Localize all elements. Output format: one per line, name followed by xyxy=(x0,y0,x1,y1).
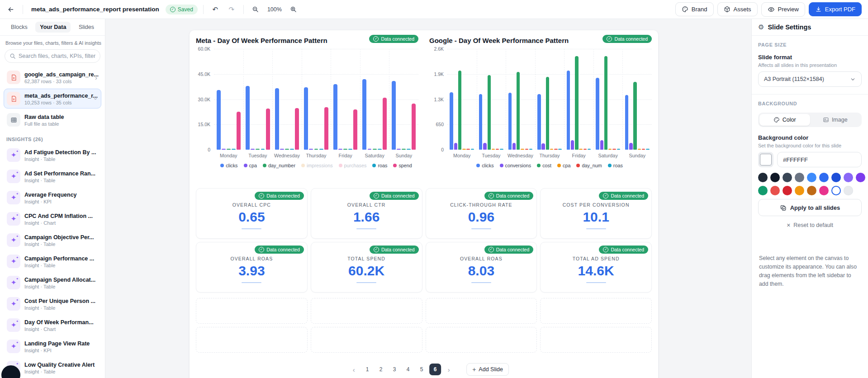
bar-roas[interactable] xyxy=(558,149,561,150)
empty-cell[interactable] xyxy=(196,298,308,324)
legend-item-day_number[interactable]: day_number xyxy=(263,163,295,168)
legend-item-spend[interactable]: spend xyxy=(393,163,412,168)
bar-cpa[interactable] xyxy=(368,149,372,150)
bar-roas[interactable] xyxy=(617,149,620,150)
tab-blocks[interactable]: Blocks xyxy=(6,22,32,33)
insight-item[interactable]: ✦✦Cost Per Unique Person ...Insight · Ta… xyxy=(4,294,101,314)
bar-cost[interactable] xyxy=(546,77,549,150)
palette-color-swatch[interactable] xyxy=(831,186,841,195)
bar-cpa[interactable] xyxy=(492,149,495,150)
bar-spend[interactable] xyxy=(266,109,270,150)
redo-button[interactable]: ↷ xyxy=(225,3,238,16)
brand-button[interactable]: Brand xyxy=(675,2,714,16)
palette-color-swatch[interactable] xyxy=(807,186,816,195)
palette-color-swatch[interactable] xyxy=(819,173,829,182)
bar-day_number[interactable] xyxy=(256,149,260,150)
bar-clicks[interactable] xyxy=(508,93,512,150)
preview-button[interactable]: Preview xyxy=(761,2,805,17)
search-input[interactable] xyxy=(19,53,95,59)
insight-item[interactable]: ✦✦Average FrequencyInsight · KPI xyxy=(4,188,101,208)
bar-clicks[interactable] xyxy=(246,86,250,150)
hex-color-input[interactable] xyxy=(777,152,862,167)
bar-day_number[interactable] xyxy=(285,149,289,150)
bar-conversions[interactable] xyxy=(512,143,516,150)
bar-clicks[interactable] xyxy=(567,71,570,150)
bar-day_number[interactable] xyxy=(343,149,347,150)
file-item-google-ads[interactable]: google_ads_campaign_re... 62,387 rows · … xyxy=(4,67,101,87)
current-color-swatch[interactable] xyxy=(758,152,773,167)
legend-item-roas[interactable]: roas xyxy=(372,163,387,168)
bar-spend[interactable] xyxy=(324,107,328,150)
raw-data-table-item[interactable]: Raw data table Full file as table xyxy=(4,110,101,130)
bar-clicks[interactable] xyxy=(333,84,337,150)
export-pdf-button[interactable]: Export PDF xyxy=(809,2,862,16)
tab-image[interactable]: Image xyxy=(810,114,861,126)
slide-page[interactable]: Meta - Day Of Week Performance Pattern✓D… xyxy=(190,30,658,378)
bar-clicks[interactable] xyxy=(217,90,221,150)
palette-color-swatch[interactable] xyxy=(770,186,780,195)
file-item-meta-ads[interactable]: meta_ads_performance_r... 10,253 rows · … xyxy=(4,89,101,109)
empty-cell[interactable] xyxy=(540,298,652,324)
insight-item[interactable]: ✦✦Day Of Week Performan...Insight · Char… xyxy=(4,315,101,335)
bar-day_number[interactable] xyxy=(402,149,406,150)
zoom-in-button[interactable] xyxy=(287,3,300,16)
chart-google-day-of-week[interactable]: Google - Day Of Week Performance Pattern… xyxy=(429,37,652,168)
search-box[interactable] xyxy=(5,49,100,63)
bar-clicks[interactable] xyxy=(304,87,308,150)
legend-item-impressions[interactable]: impressions xyxy=(301,163,333,168)
page-button-1[interactable]: 1 xyxy=(361,364,373,375)
bar-day_number[interactable] xyxy=(227,149,231,150)
legend-item-conversions[interactable]: conversions xyxy=(500,163,531,168)
legend-item-cpa[interactable]: cpa xyxy=(244,163,257,168)
palette-color-swatch[interactable] xyxy=(795,173,804,182)
back-button[interactable] xyxy=(5,3,17,16)
bar-spend[interactable] xyxy=(412,104,416,150)
bar-conversions[interactable] xyxy=(571,140,574,150)
palette-color-swatch[interactable] xyxy=(831,173,841,182)
chevron-down-icon[interactable]: › xyxy=(92,97,100,101)
bar-conversions[interactable] xyxy=(483,143,486,150)
undo-button[interactable]: ↶ xyxy=(209,3,222,16)
legend-item-clicks[interactable]: clicks xyxy=(220,163,237,168)
bar-conversions[interactable] xyxy=(600,140,603,150)
insight-item[interactable]: ✦✦Campaign Performance ...Insight · Tabl… xyxy=(4,251,101,271)
page-button-2[interactable]: 2 xyxy=(375,364,387,375)
bar-roas[interactable] xyxy=(348,149,352,150)
bar-cpa[interactable] xyxy=(397,149,401,150)
bar-clicks[interactable] xyxy=(362,79,366,150)
bar-cost[interactable] xyxy=(488,75,491,150)
page-button-3[interactable]: 3 xyxy=(389,364,400,375)
page-button-5[interactable]: 5 xyxy=(416,364,427,375)
bar-day_num[interactable] xyxy=(554,149,557,150)
bar-spend[interactable] xyxy=(237,112,241,150)
legend-item-day_num[interactable]: day_num xyxy=(576,163,602,168)
bar-cost[interactable] xyxy=(575,56,578,150)
reset-to-default-link[interactable]: × Reset to default xyxy=(758,222,862,229)
legend-item-clicks[interactable]: clicks xyxy=(476,163,493,168)
bar-cpa[interactable] xyxy=(521,149,524,150)
bar-day_num[interactable] xyxy=(466,149,470,150)
bar-conversions[interactable] xyxy=(629,143,632,150)
bar-clicks[interactable] xyxy=(596,78,599,150)
legend-item-cpa[interactable]: cpa xyxy=(557,163,570,168)
bar-cpa[interactable] xyxy=(280,149,284,150)
bar-roas[interactable] xyxy=(500,149,503,150)
bar-day_num[interactable] xyxy=(583,149,587,150)
bar-spend[interactable] xyxy=(353,109,357,150)
bar-clicks[interactable] xyxy=(275,88,279,150)
zoom-out-button[interactable] xyxy=(249,3,262,16)
bar-roas[interactable] xyxy=(471,149,474,150)
palette-color-swatch[interactable] xyxy=(770,173,780,182)
empty-cell[interactable] xyxy=(196,327,308,353)
add-slide-button[interactable]: +Add Slide xyxy=(466,363,509,376)
insight-item[interactable]: ✦✦Ad Fatigue Detection By ...Insight · T… xyxy=(4,145,101,165)
legend-item-roas[interactable]: roas xyxy=(608,163,623,168)
kpi-card[interactable]: ✓Data connectedOVERALL CPC0.65 xyxy=(196,188,308,239)
legend-item-cost[interactable]: cost xyxy=(537,163,551,168)
insight-item[interactable]: ✦✦Campaign Spend Allocat...Insight · Tab… xyxy=(4,273,101,293)
bar-day_number[interactable] xyxy=(373,149,377,150)
tab-your-data[interactable]: Your Data xyxy=(35,22,71,33)
bar-roas[interactable] xyxy=(290,149,294,150)
kpi-card[interactable]: ✓Data connectedTOTAL SPEND60.2K xyxy=(311,242,422,293)
bar-cpa[interactable] xyxy=(608,149,612,150)
